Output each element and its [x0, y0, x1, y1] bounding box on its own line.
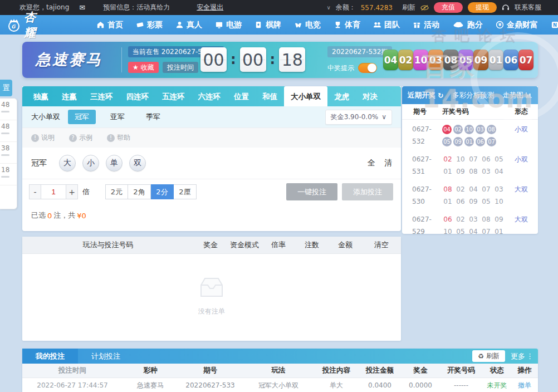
site-logo[interactable]: G 杏耀 — [7, 9, 37, 41]
option-small[interactable]: 小 — [82, 155, 99, 171]
unit-li[interactable]: 2厘 — [174, 184, 197, 199]
help-shili[interactable]: ?示例 — [69, 133, 92, 143]
info-icon: ! — [31, 134, 39, 142]
tab-liulianhuan[interactable]: 六连环 — [192, 86, 228, 106]
win-tip-toggle[interactable] — [358, 63, 377, 73]
tab-silianhuan[interactable]: 四连环 — [120, 86, 156, 106]
esports-icon — [294, 21, 302, 29]
eye-off-icon[interactable] — [420, 4, 429, 11]
nav-item-sports[interactable]: 体育 — [330, 15, 364, 35]
draw-ball: 10 — [464, 125, 474, 134]
tab-longhu[interactable]: 龙虎 — [327, 86, 356, 106]
flyout-row[interactable]: 38 — [0, 142, 17, 164]
unit-fen[interactable]: 2分 — [151, 184, 174, 199]
tab-weizhi[interactable]: 位置 — [227, 86, 256, 106]
more-button[interactable]: 更多⋮ — [511, 351, 533, 361]
draw-numbers: ------ — [439, 381, 483, 389]
result-ball: 01 — [488, 50, 503, 70]
cancel-bet-link[interactable]: 撤单 — [511, 381, 538, 390]
sub-nav: 大小单双 冠军 亚军 季军 奖金3.90-0.0%∨ — [22, 106, 401, 128]
game-logo: 急速赛马 — [36, 50, 102, 70]
nav-item-lottery[interactable]: 彩票 — [132, 15, 167, 35]
flyout-row[interactable]: 48 — [0, 120, 17, 142]
tab-recent-draws[interactable]: 近期开奖↻ — [408, 91, 443, 100]
sidebar-columns: 期号 开奖号码 形态 — [402, 104, 538, 120]
flyout-row[interactable]: 48 — [0, 99, 17, 120]
nav-item-jinding[interactable]: ¥金鼎财富 — [492, 15, 542, 35]
draw-ball: 05 — [442, 137, 452, 146]
brand-name: 杏耀 — [24, 9, 37, 41]
tab-duying[interactable]: 独赢 — [27, 86, 55, 106]
headset-icon[interactable] — [502, 4, 510, 11]
position-second-button[interactable]: 亚军 — [104, 110, 131, 124]
draw-row: 0627-531 0210070605 0109080304 小双 — [402, 150, 538, 180]
option-even[interactable]: 双 — [129, 155, 146, 171]
tab-wulianhuan[interactable]: 五连环 — [155, 86, 192, 106]
empty-state: 没有注单 — [22, 276, 401, 316]
tab-daxiaodanshuang[interactable]: 大小单双 — [284, 86, 327, 106]
tab-trend-chart[interactable]: 走势图 — [502, 91, 532, 100]
clear-all-column[interactable]: 清空 — [362, 240, 401, 250]
odds-dropdown[interactable]: 奖金3.90-0.0%∨ — [325, 110, 392, 125]
option-odd[interactable]: 单 — [106, 155, 123, 171]
nav-item-activity[interactable]: 活动 — [409, 15, 443, 35]
nav-item-team[interactable]: 团队 — [369, 15, 404, 35]
inbox-icon — [198, 276, 226, 301]
bet-slip: 玩法与投注号码 奖金 资金模式 倍率 注数 金额 清空 没有注单 — [22, 237, 401, 341]
contact-service-link[interactable]: 联系客服 — [515, 3, 541, 12]
col-multiplier: 倍率 — [262, 240, 295, 250]
balance-value: 557.4283 — [361, 4, 393, 12]
nav-item-home[interactable]: 首页 — [92, 15, 127, 35]
result-ball: 08 — [443, 50, 458, 70]
cards-icon — [254, 21, 263, 29]
result-ball: 05 — [458, 50, 473, 70]
issue-number: 20220627-533 — [178, 381, 242, 389]
app-icon: N — [551, 21, 558, 29]
nav-item-paofen[interactable]: 跑分 — [448, 15, 487, 35]
collapse-caret-icon[interactable]: ∨ — [326, 4, 330, 11]
quick-bet-button[interactable]: 一键投注 — [286, 183, 337, 200]
recharge-button[interactable]: 充值 — [434, 2, 463, 13]
question-icon: ? — [69, 134, 77, 142]
last-issue-badge: 20220627-532期 — [327, 46, 392, 57]
betting-panel: 独赢 连赢 三连环 四连环 五连环 六连环 位置 和值 大小单双 龙虎 对决 大… — [22, 86, 401, 231]
tab-hezhi[interactable]: 和值 — [256, 86, 284, 106]
multiplier-plus-button[interactable]: + — [66, 184, 78, 199]
nav-item-live[interactable]: 真人 — [172, 15, 206, 35]
multiplier-minus-button[interactable]: - — [29, 184, 41, 199]
form-type: 小双 — [505, 153, 538, 178]
envelope-icon[interactable]: ✉ — [79, 3, 85, 12]
help-bangzhu[interactable]: !帮助 — [107, 133, 130, 143]
tab-duijue[interactable]: 对决 — [356, 86, 384, 106]
tab-sanlianhuan[interactable]: 三连环 — [84, 86, 120, 106]
form-type: 大双 — [505, 183, 538, 208]
withdraw-button[interactable]: 提现 — [468, 2, 497, 13]
nav-item-haipaofen[interactable]: N嗨跑分 — [547, 15, 558, 35]
tab-plan-bets[interactable]: 计划投注 — [78, 349, 134, 364]
tab-lianying[interactable]: 连赢 — [55, 86, 84, 106]
draw-row: 0627-530 0802040703 0106090510 大双 — [402, 180, 538, 210]
position-third-button[interactable]: 季军 — [139, 110, 167, 124]
tab-analysis[interactable]: 多彩分析预测 — [452, 91, 494, 100]
balance-refresh-link[interactable]: 刷新 — [402, 3, 415, 12]
select-all-button[interactable]: 全 — [368, 158, 375, 168]
nav-item-cards[interactable]: 棋牌 — [251, 15, 285, 35]
refresh-button[interactable]: ♻刷新 — [472, 350, 505, 362]
nav-item-slots[interactable]: 电游 — [211, 15, 246, 35]
clear-button[interactable]: 清 — [384, 158, 392, 168]
unit-yuan[interactable]: 2元 — [105, 184, 128, 199]
position-champion-button[interactable]: 冠军 — [68, 110, 96, 124]
option-big[interactable]: 大 — [59, 155, 76, 171]
add-bet-button[interactable]: 添加投注 — [342, 183, 393, 200]
logout-link[interactable]: 安全退出 — [197, 3, 223, 12]
tab-my-bets[interactable]: 我的投注 — [22, 349, 78, 364]
multiplier-input[interactable] — [41, 184, 66, 199]
favorite-button[interactable]: ★ 收藏 — [128, 62, 159, 73]
flyout-tab[interactable]: 置 — [0, 80, 12, 96]
bet-amount: 0.0400 — [358, 381, 402, 389]
flyout-row[interactable]: 18 — [0, 164, 17, 185]
last-draw-balls: 04 02 10 03 08 05 09 01 06 07 — [383, 50, 533, 70]
unit-jiao[interactable]: 2角 — [128, 184, 151, 199]
nav-item-esports[interactable]: 电竞 — [290, 15, 325, 35]
help-shuoming[interactable]: !说明 — [31, 133, 55, 143]
